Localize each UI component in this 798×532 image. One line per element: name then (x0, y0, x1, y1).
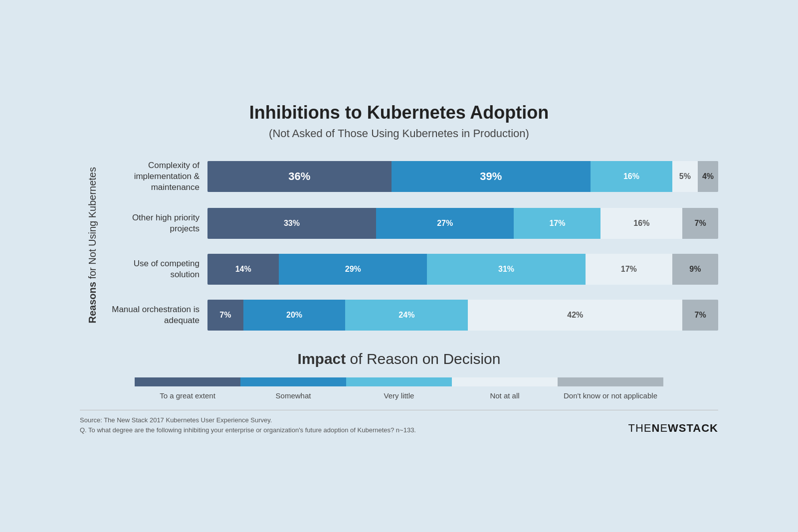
bar-segment: 39% (392, 161, 591, 192)
bar-segment: 14% (207, 254, 279, 285)
y-axis-label-container: Reasons for Not Using Kubernetes (80, 160, 105, 331)
legend-item-label: Very little (346, 391, 452, 400)
bar-label: Other high priority projects (110, 212, 200, 234)
brand-the: THE (628, 422, 652, 434)
footer-text: Source: The New Stack 2017 Kubernetes Us… (80, 415, 416, 435)
chart-container: Inhibitions to Kubernetes Adoption (Not … (50, 82, 748, 450)
main-title: Inhibitions to Kubernetes Adoption (80, 102, 718, 123)
legend-segment (452, 377, 558, 386)
legend-segment (240, 377, 346, 386)
legend-item-label: Not at all (452, 391, 558, 400)
bar-segment: 36% (207, 161, 392, 192)
impact-subtitle: of Reason on Decision (346, 351, 500, 367)
impact-bold: Impact (298, 351, 346, 367)
chart-area: Reasons for Not Using Kubernetes Complex… (80, 160, 718, 331)
bar-segment: 7% (682, 208, 718, 239)
bar-segment: 24% (345, 300, 468, 331)
bar-segment: 9% (672, 254, 718, 285)
impact-title-section: Impact of Reason on Decision (80, 351, 718, 367)
bar-segment: 33% (207, 208, 376, 239)
legend: To a great extentSomewhatVery littleNot … (80, 377, 718, 400)
legend-item-label: Don't know or not applicable (558, 391, 663, 400)
bar-segment: 29% (279, 254, 427, 285)
bar-segment: 7% (207, 300, 243, 331)
footer: Source: The New Stack 2017 Kubernetes Us… (80, 410, 718, 435)
legend-item-label: Somewhat (240, 391, 346, 400)
legend-segment (558, 377, 663, 386)
sub-title: (Not Asked of Those Using Kubernetes in … (80, 127, 718, 140)
bar-segment: 16% (591, 161, 672, 192)
bars-section: Complexity of implementation & maintenan… (110, 160, 718, 331)
bar-row: Use of competing solution14%29%31%17%9% (110, 254, 718, 285)
bar-row: Other high priority projects33%27%17%16%… (110, 208, 718, 239)
bar-segment: 5% (672, 161, 698, 192)
bar-segment: 17% (514, 208, 600, 239)
legend-segment (346, 377, 452, 386)
legend-segment (135, 377, 240, 386)
bar-wrapper: 33%27%17%16%7% (207, 208, 718, 239)
legend-labels: To a great extentSomewhatVery littleNot … (135, 391, 663, 400)
bar-segment: 42% (468, 300, 682, 331)
source-text: Source: The New Stack 2017 Kubernetes Us… (80, 415, 416, 425)
bar-segment: 20% (243, 300, 346, 331)
bar-segment: 4% (698, 161, 718, 192)
brand-newstack: NEWSTACK (652, 422, 719, 434)
bar-row: Complexity of implementation & maintenan… (110, 160, 718, 193)
bar-segment: 27% (376, 208, 514, 239)
brand: THENEWSTACK (628, 422, 719, 435)
bar-wrapper: 7%20%24%42%7% (207, 300, 718, 331)
bar-label: Manual orchestration is adequate (110, 304, 200, 326)
impact-title: Impact of Reason on Decision (80, 351, 718, 367)
bar-label: Use of competing solution (110, 258, 200, 280)
y-axis-label: Reasons for Not Using Kubernetes (87, 167, 98, 324)
title-section: Inhibitions to Kubernetes Adoption (Not … (80, 102, 718, 140)
bar-wrapper: 36%39%16%5%4% (207, 161, 718, 192)
bar-wrapper: 14%29%31%17%9% (207, 254, 718, 285)
bar-segment: 17% (586, 254, 672, 285)
legend-item-label: To a great extent (135, 391, 240, 400)
bar-segment: 7% (682, 300, 718, 331)
bar-segment: 31% (427, 254, 585, 285)
bar-segment: 16% (600, 208, 682, 239)
bar-row: Manual orchestration is adequate7%20%24%… (110, 300, 718, 331)
legend-bar (135, 377, 663, 386)
bar-label: Complexity of implementation & maintenan… (110, 160, 200, 193)
question-text: Q. To what degree are the following inhi… (80, 425, 416, 435)
